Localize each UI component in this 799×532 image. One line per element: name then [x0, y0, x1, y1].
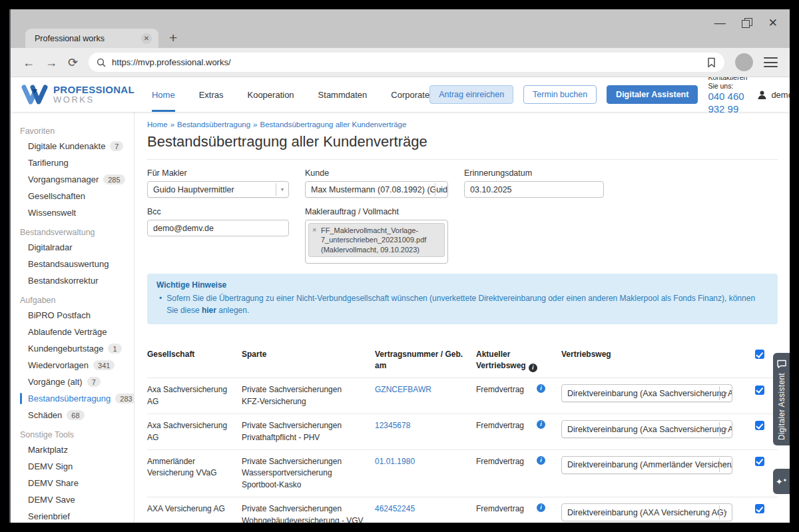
- vertriebsweg-select[interactable]: Direktvereinbarung (Ammerländer Versiche…: [561, 456, 732, 474]
- user-menu[interactable]: demo: [757, 90, 790, 100]
- sidebar-item[interactable]: Bestandsauswertung: [20, 256, 130, 272]
- count-badge: 283: [115, 394, 134, 403]
- sidebar-item[interactable]: DEMV Share: [20, 475, 130, 491]
- makler-select[interactable]: Guido Hauptvermittler ▼: [147, 181, 289, 198]
- sidebar-item[interactable]: Digitale Kundenakte7: [20, 138, 130, 154]
- forward-icon[interactable]: →: [45, 57, 57, 69]
- vertriebsweg-select[interactable]: Direktvereinbarung (Axa Sachversicherung…: [561, 420, 732, 438]
- antrag-einreichen-button[interactable]: Antrag einreichen: [429, 85, 513, 104]
- row-checkbox[interactable]: [755, 457, 764, 466]
- sidebar-item[interactable]: Vorgänge (alt)7: [20, 374, 130, 390]
- sidebar-item[interactable]: Wiedervorlagen341: [20, 357, 130, 374]
- contract-number-link[interactable]: 12345678: [375, 421, 410, 430]
- row-checkbox[interactable]: [755, 386, 764, 395]
- contract-number-link[interactable]: 01.01.1980: [375, 457, 415, 466]
- nav-item-extras[interactable]: Extras: [199, 77, 224, 112]
- vollmacht-tag: × FF_Maklervollmacht_Vorlage-7_unterschr…: [308, 223, 445, 257]
- logo-line2: WORKS: [53, 95, 134, 105]
- sidebar-item[interactable]: Serienbrief: [20, 508, 130, 523]
- logo-icon: [21, 84, 48, 105]
- breadcrumb: Home»Bestandsübertragung»Bestandsübertra…: [147, 121, 778, 129]
- browser-tabstrip: Professional works ✕ + — ✕: [11, 9, 790, 48]
- table-row: Ammerländer Versicherung VVaG Private Sa…: [147, 449, 778, 497]
- breadcrumb-link[interactable]: Bestandsübertragung: [177, 121, 250, 129]
- app-logo[interactable]: PROFESSIONAL WORKS: [21, 84, 134, 105]
- info-icon[interactable]: i: [529, 364, 537, 372]
- breadcrumb-link[interactable]: Home: [147, 121, 168, 129]
- count-badge: 341: [93, 360, 115, 370]
- sparkles-tab[interactable]: ✦✦: [773, 469, 790, 494]
- nav-item-stammdaten[interactable]: Stammdaten: [318, 77, 368, 112]
- termin-buchen-button[interactable]: Termin buchen: [523, 85, 597, 104]
- sidebar-item[interactable]: Ablaufende Verträge: [20, 324, 130, 340]
- table-body: Axa Sachversicherung AG Private Sachvers…: [147, 378, 778, 523]
- erinnerungsdatum-input[interactable]: [464, 181, 604, 198]
- digitaler-assistent-tab[interactable]: Digitaler Assistent: [773, 353, 790, 445]
- digitaler-assistent-button[interactable]: Digitaler Assistent: [607, 85, 698, 104]
- info-icon[interactable]: i: [537, 456, 545, 465]
- app-header: PROFESSIONAL WORKS HomeExtrasKooperation…: [11, 77, 790, 112]
- nav-item-home[interactable]: Home: [152, 77, 175, 112]
- sidebar-item[interactable]: Marktplatz: [20, 441, 130, 458]
- browser-tab[interactable]: Professional works ✕: [25, 29, 158, 48]
- sidebar-item[interactable]: Tarifierung: [20, 154, 130, 171]
- bcc-input[interactable]: [147, 220, 289, 236]
- new-tab-button[interactable]: +: [169, 30, 177, 46]
- info-icon[interactable]: i: [537, 503, 545, 512]
- col-vertragsnummer: Vertragsnummer / Geb. am: [375, 344, 476, 378]
- nav-item-corporate[interactable]: Corporate: [391, 77, 429, 112]
- sidebar-item[interactable]: Vorgangsmanager285: [20, 171, 130, 188]
- sidebar-item[interactable]: Schäden68: [20, 407, 130, 423]
- browser-profile-avatar[interactable]: [735, 53, 753, 71]
- notice-text: Sofern Sie die Übertragung zu einer Nich…: [166, 292, 768, 316]
- info-icon[interactable]: i: [537, 420, 545, 429]
- main-nav: HomeExtrasKooperationStammdatenCorporate: [152, 77, 429, 112]
- vollmacht-multiselect[interactable]: × FF_Maklervollmacht_Vorlage-7_unterschr…: [305, 220, 448, 264]
- browser-window: Professional works ✕ + — ✕ ← → ⟳ https:/…: [9, 9, 790, 523]
- contract-number-link[interactable]: GZNCEFBAWR: [375, 385, 431, 394]
- sidebar-item[interactable]: BiPRO Postfach: [20, 307, 130, 324]
- browser-toolbar: ← → ⟳ https://mvp.professional.works/: [11, 48, 790, 77]
- bookmark-icon[interactable]: [706, 57, 716, 68]
- browser-menu-icon[interactable]: [764, 57, 778, 67]
- sidebar-item[interactable]: Kundengeburtstage1: [20, 340, 130, 357]
- breadcrumb-link[interactable]: Bestandsübertragung aller Kundenverträge: [260, 121, 406, 129]
- select-all-checkbox[interactable]: [755, 350, 764, 359]
- count-badge: 68: [67, 410, 84, 420]
- count-badge: 1: [108, 344, 121, 354]
- remove-tag-icon[interactable]: ×: [312, 225, 316, 234]
- restore-icon[interactable]: [742, 18, 752, 28]
- minimize-icon[interactable]: —: [714, 17, 726, 29]
- contract-number-link[interactable]: 462452245: [375, 504, 415, 513]
- sidebar-item[interactable]: DEMV Save: [20, 491, 130, 508]
- sidebar-section-title: Aufgaben: [20, 296, 130, 305]
- sidebar-item[interactable]: Wissenswelt: [20, 204, 130, 221]
- sparkles-icon: ✦✦: [776, 477, 788, 487]
- back-icon[interactable]: ←: [23, 57, 35, 69]
- vertriebsweg-select[interactable]: Direktvereinbarung (AXA Versicherung AG)…: [561, 503, 732, 521]
- assistant-tab-label: Digitaler Assistent: [777, 373, 786, 440]
- sidebar-section-title: Sonstige Tools: [20, 430, 130, 439]
- sidebar-item[interactable]: DEMV Sign: [20, 458, 130, 475]
- chevron-down-icon: ▼: [719, 505, 732, 519]
- url-bar[interactable]: https://mvp.professional.works/: [89, 53, 724, 72]
- info-icon[interactable]: i: [537, 384, 545, 393]
- tab-close-icon[interactable]: ✕: [141, 33, 152, 44]
- contact-block: Kontaktieren Sie uns: 040 460 932 99: [708, 77, 747, 116]
- hier-link[interactable]: hier: [202, 306, 216, 315]
- vertriebsweg-select[interactable]: Direktvereinbarung (Axa Sachversicherung…: [561, 384, 732, 402]
- tab-title: Professional works: [35, 34, 105, 43]
- sidebar-item[interactable]: Digitalradar: [20, 239, 130, 256]
- sidebar-item[interactable]: Gesellschaften: [20, 188, 130, 204]
- contact-phone[interactable]: 040 460 932 99: [708, 91, 747, 116]
- nav-item-kooperation[interactable]: Kooperation: [247, 77, 294, 112]
- kunde-select[interactable]: Max Mustermann (07.08.1992) (Guido H... …: [305, 181, 448, 198]
- row-checkbox[interactable]: [755, 421, 764, 430]
- erinnerungsdatum-label: Erinnerungsdatum: [464, 168, 604, 178]
- reload-icon[interactable]: ⟳: [68, 57, 78, 69]
- sidebar-item[interactable]: Bestandskorrektur: [20, 272, 130, 289]
- row-checkbox[interactable]: [755, 504, 764, 513]
- chat-bubble-icon: [777, 360, 786, 368]
- close-icon[interactable]: ✕: [768, 17, 778, 29]
- sidebar-item[interactable]: Bestandsübertragung283: [20, 390, 130, 407]
